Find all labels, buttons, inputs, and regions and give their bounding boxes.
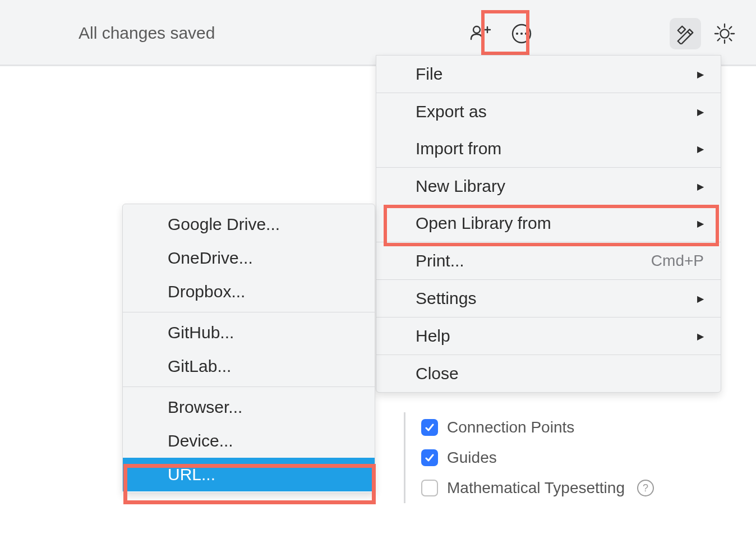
checkbox-unchecked-icon	[421, 480, 438, 496]
menu-label: Export as	[416, 102, 487, 121]
submenu-item-gitlab[interactable]: GitLab...	[123, 349, 375, 383]
option-label: Guides	[447, 449, 497, 467]
sun-icon	[714, 23, 735, 44]
submenu-label: GitLab...	[168, 357, 231, 376]
theme-button[interactable]	[711, 18, 738, 49]
menu-item-open-library-from[interactable]: Open Library from ▶	[376, 205, 721, 242]
menu-item-export-as[interactable]: Export as ▶	[376, 93, 721, 130]
submenu-item-onedrive[interactable]: OneDrive...	[123, 241, 375, 275]
submenu-item-url[interactable]: URL...	[123, 458, 375, 491]
share-button[interactable]	[464, 18, 496, 49]
option-label: Connection Points	[447, 418, 574, 436]
submenu-item-google-drive[interactable]: Google Drive...	[123, 208, 375, 241]
svg-point-4	[525, 33, 527, 35]
submenu-label: URL...	[168, 465, 215, 484]
menu-item-close[interactable]: Close	[376, 355, 721, 392]
submenu-label: Device...	[168, 431, 233, 450]
svg-point-5	[720, 29, 729, 38]
open-library-submenu: Google Drive... OneDrive... Dropbox... G…	[122, 204, 375, 493]
more-horizontal-icon	[510, 22, 533, 45]
option-label: Mathematical Typesetting	[447, 479, 625, 497]
submenu-label: Dropbox...	[168, 282, 245, 301]
menu-item-file[interactable]: File ▶	[376, 56, 721, 93]
chevron-right-icon: ▶	[697, 218, 704, 229]
chevron-right-icon: ▶	[697, 69, 704, 80]
menu-label: Close	[416, 364, 459, 383]
option-connection-points[interactable]: Connection Points	[421, 412, 740, 443]
svg-line-13	[718, 39, 720, 41]
menu-label: Print...	[416, 251, 464, 270]
submenu-divider	[123, 312, 375, 312]
view-options-panel: Connection Points Guides Mathematical Ty…	[404, 412, 740, 503]
menu-item-import-from[interactable]: Import from ▶	[376, 130, 721, 167]
chevron-right-icon: ▶	[697, 181, 704, 192]
menu-label: Import from	[416, 139, 501, 158]
checkbox-checked-icon	[421, 449, 438, 466]
submenu-item-dropbox[interactable]: Dropbox...	[123, 275, 375, 309]
save-status: All changes saved	[79, 24, 215, 43]
option-guides[interactable]: Guides	[421, 443, 740, 473]
menu-item-settings[interactable]: Settings ▶	[376, 280, 721, 317]
submenu-divider	[123, 386, 375, 387]
svg-point-3	[520, 33, 523, 35]
submenu-label: OneDrive...	[168, 249, 253, 268]
menu-item-print[interactable]: Print... Cmd+P	[376, 242, 721, 279]
person-add-icon	[469, 22, 491, 45]
toolbar-icons	[464, 18, 738, 49]
main-dropdown-menu: File ▶ Export as ▶ Import from ▶ New Lib…	[376, 55, 721, 393]
pencil-ruler-icon	[675, 23, 696, 44]
checkbox-checked-icon	[421, 419, 438, 436]
option-math-typesetting[interactable]: Mathematical Typesetting ?	[421, 473, 740, 503]
menu-item-help[interactable]: Help ▶	[376, 317, 721, 355]
chevron-right-icon: ▶	[697, 107, 704, 117]
menu-label: Settings	[416, 289, 476, 308]
submenu-label: Google Drive...	[168, 215, 280, 234]
chevron-right-icon: ▶	[697, 293, 704, 304]
submenu-item-browser[interactable]: Browser...	[123, 390, 375, 424]
chevron-right-icon: ▶	[697, 331, 704, 342]
submenu-label: Browser...	[168, 398, 242, 417]
svg-line-11	[730, 39, 732, 41]
help-icon[interactable]: ?	[637, 480, 654, 496]
menu-label: File	[416, 65, 442, 84]
svg-point-0	[473, 26, 480, 33]
menu-shortcut: Cmd+P	[651, 252, 704, 270]
svg-line-10	[718, 27, 720, 29]
more-menu-button[interactable]	[506, 18, 537, 49]
svg-line-12	[730, 27, 732, 29]
menu-label: Open Library from	[416, 214, 551, 233]
menu-label: New Library	[416, 177, 505, 196]
svg-point-2	[516, 33, 518, 35]
submenu-item-github[interactable]: GitHub...	[123, 316, 375, 349]
submenu-item-device[interactable]: Device...	[123, 424, 375, 458]
submenu-label: GitHub...	[168, 323, 234, 342]
design-tools-button[interactable]	[670, 18, 701, 49]
chevron-right-icon: ▶	[697, 144, 704, 154]
menu-item-new-library[interactable]: New Library ▶	[376, 168, 721, 205]
menu-label: Help	[416, 326, 450, 346]
